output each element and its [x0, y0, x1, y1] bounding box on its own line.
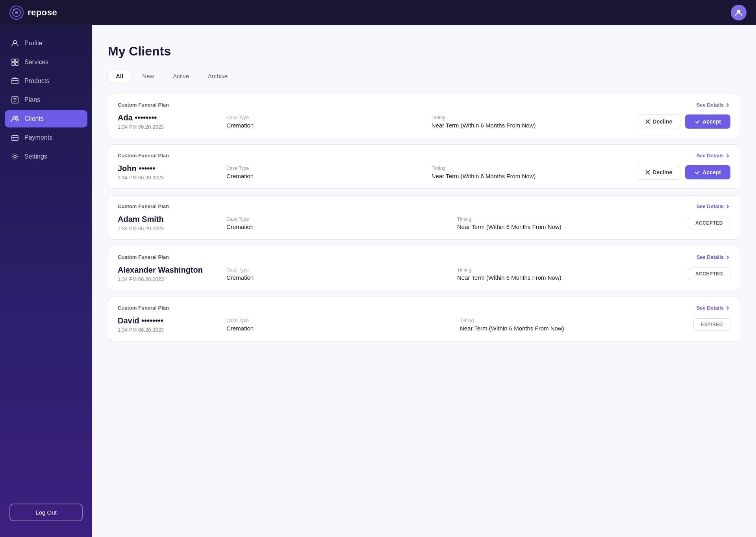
svg-rect-8: [12, 63, 15, 65]
client-info: John •••••• 1:34 PM 06.20.2023: [118, 164, 220, 181]
sidebar-bottom: Log Out: [0, 497, 92, 528]
case-type-label: Case Type: [226, 216, 451, 222]
timing-field: Timing Near Term (Within 6 Months From N…: [451, 267, 682, 281]
sidebar-label-services: Services: [24, 59, 48, 66]
svg-point-21: [14, 155, 16, 158]
case-type-label: Case Type: [226, 166, 425, 171]
case-type-value: Cremation: [226, 122, 425, 129]
avatar-button[interactable]: [731, 5, 747, 20]
payments-icon: [11, 134, 19, 142]
status-badge-david: EXPIRED: [693, 318, 730, 331]
sidebar-item-profile[interactable]: Profile: [5, 35, 87, 52]
tabs-bar: All New Active Archive: [108, 70, 740, 83]
timing-label: Timing: [457, 216, 682, 222]
logout-button[interactable]: Log Out: [9, 504, 83, 521]
sidebar-item-products[interactable]: Products: [5, 72, 87, 90]
sidebar-nav: Profile Services Products: [0, 35, 92, 497]
timing-value: Near Term (Within 6 Months From Now): [432, 122, 630, 129]
accept-button-john[interactable]: Accept: [685, 165, 730, 179]
timing-field: Timing Near Term (Within 6 Months From N…: [425, 115, 630, 129]
card-actions: ACCEPTED: [682, 268, 730, 280]
see-details-david[interactable]: See Details: [697, 305, 730, 311]
see-details-adam[interactable]: See Details: [697, 203, 730, 209]
x-icon: [645, 119, 650, 124]
tab-active[interactable]: Active: [165, 70, 197, 83]
plan-label: Custom Funeral Plan: [118, 254, 169, 260]
main-content: My Clients All New Active Archive Custom…: [92, 25, 756, 537]
see-details-john[interactable]: See Details: [697, 153, 730, 159]
card-body: David •••••••• 1:34 PM 06.20.2023 Case T…: [118, 316, 730, 333]
client-name: Ada ••••••••: [118, 113, 220, 122]
sidebar-item-clients[interactable]: Clients: [5, 110, 87, 127]
check-icon: [695, 119, 700, 124]
x-icon: [645, 170, 650, 175]
svg-rect-9: [15, 63, 18, 65]
client-card-adam: Custom Funeral Plan See Details Adam Smi…: [108, 195, 740, 240]
case-type-value: Cremation: [226, 325, 454, 332]
timing-value: Near Term (Within 6 Months From Now): [432, 173, 630, 179]
client-date: 1:34 PM 06.20.2023: [118, 327, 220, 333]
tab-all[interactable]: All: [108, 70, 131, 83]
timing-label: Timing: [457, 267, 682, 273]
main-layout: Profile Services Products: [0, 25, 756, 537]
timing-field: Timing Near Term (Within 6 Months From N…: [454, 318, 687, 332]
svg-rect-7: [15, 59, 18, 62]
see-details-ada[interactable]: See Details: [697, 102, 730, 108]
plan-label: Custom Funeral Plan: [118, 153, 169, 159]
card-actions: ACCEPTED: [682, 217, 730, 229]
case-type-field: Case Type Cremation: [220, 318, 454, 332]
client-name: Adam Smith: [118, 215, 220, 224]
card-body: Ada •••••••• 1:34 PM 06.20.2023 Case Typ…: [118, 113, 730, 130]
sidebar-item-payments[interactable]: Payments: [5, 129, 87, 146]
card-header: Custom Funeral Plan See Details: [118, 203, 730, 209]
case-type-label: Case Type: [226, 267, 451, 273]
settings-icon: [11, 153, 19, 161]
client-card-ada: Custom Funeral Plan See Details Ada ••••…: [108, 94, 740, 138]
decline-button-ada[interactable]: Decline: [637, 114, 681, 129]
case-type-field: Case Type Cremation: [220, 115, 425, 129]
case-type-label: Case Type: [226, 115, 425, 120]
case-type-label: Case Type: [226, 318, 454, 323]
client-date: 1:34 PM 06.20.2023: [118, 175, 220, 181]
client-card-alexander: Custom Funeral Plan See Details Alexande…: [108, 246, 740, 290]
sidebar-label-plans: Plans: [24, 96, 40, 103]
timing-label: Timing: [432, 115, 630, 120]
card-header: Custom Funeral Plan See Details: [118, 153, 730, 159]
sidebar-item-settings[interactable]: Settings: [5, 148, 87, 165]
client-date: 1:34 PM 06.20.2023: [118, 276, 220, 282]
timing-value: Near Term (Within 6 Months From Now): [460, 325, 687, 332]
case-type-value: Cremation: [226, 173, 425, 179]
tab-new[interactable]: New: [134, 70, 162, 83]
chevron-right-icon: [725, 255, 730, 260]
accept-button-ada[interactable]: Accept: [685, 114, 730, 129]
svg-point-20: [13, 138, 14, 139]
card-actions: Decline Accept: [630, 165, 731, 180]
sidebar-label-payments: Payments: [24, 134, 52, 141]
sidebar-item-services[interactable]: Services: [5, 54, 87, 71]
client-date: 1:34 PM 06.20.2023: [118, 124, 220, 130]
timing-label: Timing: [432, 166, 630, 171]
tab-archive[interactable]: Archive: [200, 70, 235, 83]
person-icon: [11, 39, 19, 47]
timing-value: Near Term (Within 6 Months From Now): [457, 223, 682, 230]
card-body: John •••••• 1:34 PM 06.20.2023 Case Type…: [118, 164, 730, 181]
card-body: Adam Smith 1:34 PM 06.20.2023 Case Type …: [118, 215, 730, 231]
logo-icon: [9, 6, 24, 20]
sidebar-item-plans[interactable]: Plans: [5, 91, 87, 109]
svg-point-3: [13, 9, 15, 11]
sidebar-label-products: Products: [24, 78, 49, 85]
products-icon: [11, 77, 19, 85]
plan-label: Custom Funeral Plan: [118, 102, 169, 108]
status-badge-alexander: ACCEPTED: [688, 268, 730, 280]
decline-button-john[interactable]: Decline: [637, 165, 681, 180]
case-type-field: Case Type Cremation: [220, 166, 425, 179]
svg-rect-10: [12, 79, 18, 84]
check-icon: [695, 170, 700, 175]
see-details-alexander[interactable]: See Details: [697, 254, 730, 260]
timing-value: Near Term (Within 6 Months From Now): [457, 274, 682, 281]
page-title: My Clients: [108, 44, 740, 59]
case-type-value: Cremation: [226, 274, 451, 281]
svg-point-4: [737, 10, 740, 13]
client-name: John ••••••: [118, 164, 220, 173]
list-icon: [11, 96, 19, 104]
